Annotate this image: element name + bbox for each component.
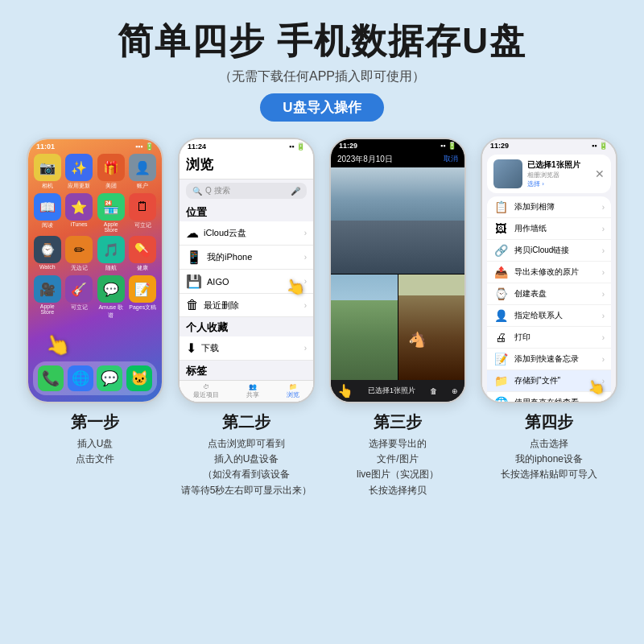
phone3-status: 11:29 ▪▪ 🔋 (331, 139, 464, 151)
wallpaper-icon: 🖼 (493, 222, 508, 235)
time2: 11:24 (188, 142, 206, 151)
horse-emoji: 🐴 (408, 331, 426, 349)
share-item-export-original[interactable]: 📤 导出未修改的原片 › (487, 262, 611, 283)
photo-btn[interactable]: 取消 (444, 154, 458, 165)
files-row-aigo[interactable]: 💾 AIGO › 👆 (180, 270, 313, 294)
share-item-contact[interactable]: 👤 指定给联系人 › (487, 305, 611, 327)
share-list: 📋 添加到相簿 › 🖼 用作墙纸 › 🔗 拷贝iCloud链接 › (487, 196, 611, 402)
cursor-hand-3: 👆 (337, 383, 353, 398)
section-title-location: 位置 (180, 202, 313, 221)
share-item-save-files[interactable]: 📁 存储到"文件" › 👆 (487, 370, 611, 392)
files-row-icloud[interactable]: ☁ iCloud云盘 › (180, 221, 313, 246)
share-item-icloud-link[interactable]: 🔗 拷贝iCloud链接 › (487, 240, 611, 262)
files-search[interactable]: 🔍 Q 搜索 🎤 (186, 183, 307, 199)
bottom-tabs[interactable]: ⏱最近项目 👥共享 📁浏览 (180, 380, 313, 402)
step1-wrap: 第一步 插入U盘点击文件 (23, 411, 167, 498)
app-icon: ✏ (65, 236, 93, 263)
phone2-content: 11:24 ▪▪ 🔋 浏览 🔍 Q 搜索 🎤 位置 ☁ iCloud云盘 › (180, 139, 313, 402)
step2-desc: 点击浏览即可看到插入的U盘设备（如没有看到该设备请等待5秒左右即可显示出来） (174, 436, 319, 498)
share-select[interactable]: 选择 › (527, 180, 590, 188)
step3-num: 第三步 (325, 411, 470, 433)
icloud-link-icon: 🔗 (493, 244, 508, 257)
share-item-add-album[interactable]: 📋 添加到相簿 › (487, 196, 611, 218)
phone4-content: 11:29 ▪▪ 🔋 已选择1张照片 相册浏览器 选择 › ✕ 📋 添加到相 (482, 139, 616, 402)
share-item-watch[interactable]: ⌚ 创建表盘 › (487, 283, 611, 305)
phone1: 11:01 ▪▪▪ 🔋 📷 相机 ✨ 应用更新 🎁 美团 (27, 138, 163, 403)
app-icon: 📖 (34, 193, 61, 221)
more-icon: ⊕ (452, 387, 458, 395)
time1: 11:01 (36, 142, 55, 151)
photo-row-bottom: 🐴 (331, 275, 464, 381)
phone3-bottom-bar: 👆 已选择1张照片 🗑 ⊕ (331, 380, 464, 402)
app-item: 🎵 随航 (97, 236, 126, 272)
app-icon: 🗒 (129, 193, 156, 221)
phone3-content: 11:29 ▪▪ 🔋 2023年8月10日 取消 (331, 139, 464, 402)
app-item: ✨ 应用更新 (65, 154, 94, 190)
app-grid: 📷 相机 ✨ 应用更新 🎁 美团 👤 账户 (28, 152, 162, 321)
print-icon: 🖨 (493, 331, 508, 344)
export-icon: 📤 (493, 266, 508, 279)
time4: 11:29 (490, 142, 509, 150)
phone3-wrap: 11:29 ▪▪ 🔋 2023年8月10日 取消 (325, 138, 470, 403)
share-top: 已选择1张照片 相册浏览器 选择 › ✕ (487, 155, 611, 193)
step2-num: 第二步 (174, 411, 319, 433)
share-item-print[interactable]: 🖨 打印 › (487, 327, 611, 349)
tab-shared[interactable]: 👥共享 (246, 383, 259, 399)
phone4-wrap: 11:29 ▪▪ 🔋 已选择1张照片 相册浏览器 选择 › ✕ 📋 添加到相 (477, 138, 621, 403)
signal2: ▪▪ 🔋 (289, 142, 305, 151)
app-item: 🎸 可立记 (65, 275, 94, 320)
app-icon: 💊 (129, 236, 156, 263)
dock-wechat: 🐱 (126, 365, 152, 391)
step2-wrap: 第二步 点击浏览即可看到插入的U盘设备（如没有看到该设备请等待5秒左右即可显示出… (174, 411, 319, 498)
files-icon: 📁 (493, 374, 508, 387)
app-icon: ✨ (65, 154, 93, 181)
files-row-iphone[interactable]: 📱 我的iPhone › (180, 246, 313, 270)
signal1: ▪▪▪ 🔋 (135, 142, 154, 151)
app-icon: 💬 (97, 275, 125, 303)
close-icon[interactable]: ✕ (595, 167, 605, 180)
step4-desc: 点击选择我的iphone设备长按选择粘贴即可导入 (477, 436, 621, 483)
share-item-memo[interactable]: 📝 添加到快速备忘录 › (487, 349, 611, 370)
phone2-status: 11:24 ▪▪ 🔋 (180, 139, 313, 152)
tab-browse[interactable]: 📁浏览 (287, 383, 299, 399)
search-icon: 🔍 (192, 187, 202, 196)
trash-icon: 🗑 (430, 387, 437, 395)
phone4: 11:29 ▪▪ 🔋 已选择1张照片 相册浏览器 选择 › ✕ 📋 添加到相 (481, 138, 617, 403)
add-album-icon: 📋 (493, 200, 508, 213)
app-item: 📷 相机 (33, 154, 62, 190)
files-row-downloads[interactable]: ⬇ 下载 › (180, 336, 313, 361)
main-title: 简单四步 手机数据存U盘 (118, 18, 526, 65)
dock-safari: 🌐 (68, 365, 93, 391)
badge: U盘导入操作 (260, 93, 383, 122)
app-item: 👤 账户 (129, 154, 158, 190)
step-row: 第一步 插入U盘点击文件 第二步 点击浏览即可看到插入的U盘设备（如没有看到该设… (14, 411, 630, 498)
cursor-hand-1: 👆 (41, 328, 74, 361)
share-thumb (493, 159, 522, 188)
phone1-bg: 11:01 ▪▪▪ 🔋 📷 相机 ✨ 应用更新 🎁 美团 (28, 139, 162, 402)
app-icon: 🎸 (65, 275, 93, 303)
phone1-wrap: 11:01 ▪▪▪ 🔋 📷 相机 ✨ 应用更新 🎁 美团 (23, 138, 167, 403)
app-icon: 👤 (129, 154, 156, 181)
tab-recent[interactable]: ⏱最近项目 (193, 383, 219, 399)
app-item: ⭐ iTunes (65, 193, 94, 233)
app-icon: 🎁 (97, 154, 125, 181)
app-icon: 📷 (34, 154, 61, 181)
app-item: 🗒 可立记 (129, 193, 158, 233)
app-item: ✏ 无边记 (65, 236, 94, 272)
phone1-dock: 📞 🌐 💬 🐱 (33, 361, 157, 395)
memo-icon: 📝 (493, 353, 508, 365)
dock-phone: 📞 (38, 365, 64, 391)
app-item: 💬 Amuse 歌谱 (97, 275, 126, 320)
download-icon: ⬇ (186, 341, 196, 356)
signal3: ▪▪ 🔋 (440, 142, 456, 150)
step3-wrap: 第三步 选择要导出的文件/图片live图片（实况图）长按选择拷贝 (325, 411, 470, 498)
app-item: 🎁 美团 (97, 154, 126, 190)
dock-message: 💬 (97, 365, 122, 391)
quark-icon: 🌐 (493, 396, 508, 402)
share-item-wallpaper[interactable]: 🖼 用作墙纸 › (487, 218, 611, 240)
photo-date-bar: 2023年8月10日 取消 (331, 151, 464, 167)
photo-grass (331, 275, 398, 381)
watch-icon: ⌚ (493, 287, 508, 300)
app-item: ⌚ Watch (33, 236, 62, 272)
photo-horses: 🐴 (398, 275, 465, 381)
